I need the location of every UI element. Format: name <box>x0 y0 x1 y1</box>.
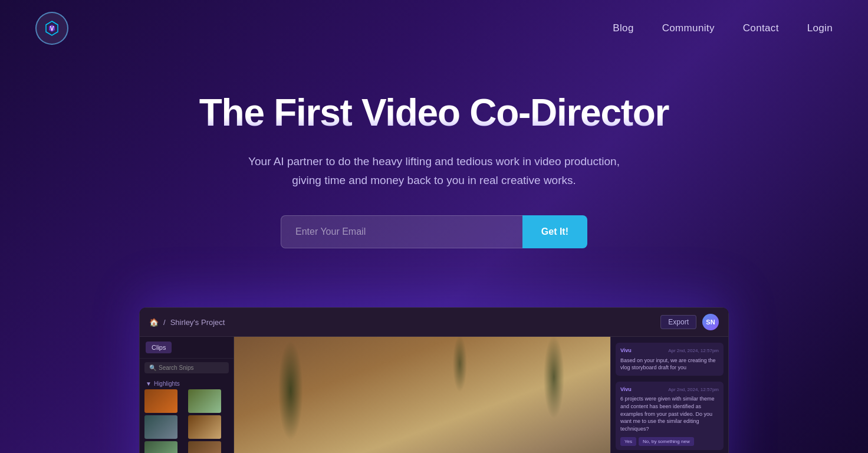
app-body: Clips 🔍 Search Snips ▼ Highlights <box>140 337 728 453</box>
hero-title: The First Video Co-Director <box>12 92 856 133</box>
chat-sender-1: Vivu <box>620 347 632 354</box>
svg-text:V: V <box>50 25 54 32</box>
app-preview-container: 🏠 / Shirley's Project Export SN Clips <box>0 307 868 453</box>
project-name: Shirley's Project <box>170 318 225 327</box>
clips-sidebar: Clips 🔍 Search Snips ▼ Highlights <box>140 337 234 453</box>
logo[interactable]: V <box>35 12 68 45</box>
sidebar-header: Clips <box>140 337 234 359</box>
nav-contact[interactable]: Contact <box>743 22 779 34</box>
chat-message-1: Vivu Apr 2nd, 2024, 12:57pm Based on you… <box>616 343 724 376</box>
clips-search[interactable]: 🔍 Search Snips <box>144 362 229 373</box>
chat-time-2: Apr 2nd, 2024, 12:57pm <box>668 386 719 393</box>
chevron-down-icon: ▼ <box>146 380 152 387</box>
thumbnail-4[interactable] <box>188 415 221 439</box>
scene-trees <box>234 337 610 453</box>
home-icon: 🏠 <box>149 318 159 327</box>
topbar-actions: Export SN <box>660 314 719 330</box>
chat-text-2: 6 projects were given with similar theme… <box>620 396 715 431</box>
hero-subtitle: Your AI partner to do the heavy lifting … <box>234 152 634 189</box>
chat-time-1: Apr 2nd, 2024, 12:57pm <box>668 347 719 354</box>
chat-panel: Vivu Apr 2nd, 2024, 12:57pm Based on you… <box>610 337 728 453</box>
thumbnail-5[interactable] <box>144 441 177 453</box>
nav-blog[interactable]: Blog <box>613 22 633 34</box>
navbar: V Blog Community Contact Login <box>0 0 868 57</box>
logo-icon: V <box>42 19 61 38</box>
breadcrumb-separator: / <box>163 318 166 327</box>
chat-btn-row-2: Yes No, try something new <box>620 435 719 446</box>
thumbnail-3[interactable] <box>144 415 177 439</box>
app-topbar: 🏠 / Shirley's Project Export SN <box>140 308 728 337</box>
thumbnail-6[interactable] <box>188 441 221 453</box>
email-form: Get It! <box>281 215 587 248</box>
chat-text-1: Based on your input, we are creating the… <box>620 357 716 371</box>
nav-links: Blog Community Contact Login <box>613 22 833 34</box>
get-it-button[interactable]: Get It! <box>522 215 587 248</box>
hero-section: The First Video Co-Director Your AI part… <box>0 57 868 307</box>
search-placeholder: Search Snips <box>159 365 193 371</box>
video-scene <box>234 337 610 453</box>
no-button[interactable]: No, try something new <box>639 437 694 446</box>
clips-button[interactable]: Clips <box>146 342 172 353</box>
chat-sender-2: Vivu <box>620 386 632 393</box>
email-input[interactable] <box>281 215 522 248</box>
chat-message-2: Vivu Apr 2nd, 2024, 12:57pm 6 projects w… <box>616 382 724 451</box>
search-icon: 🔍 <box>149 365 156 371</box>
chat-msg-header-1: Vivu Apr 2nd, 2024, 12:57pm <box>620 347 719 354</box>
mock-application: 🏠 / Shirley's Project Export SN Clips <box>139 307 729 453</box>
nav-login[interactable]: Login <box>807 22 833 34</box>
yes-button[interactable]: Yes <box>620 437 636 446</box>
thumbnail-2[interactable] <box>188 389 221 413</box>
nav-community[interactable]: Community <box>662 22 715 34</box>
user-avatar: SN <box>702 314 719 330</box>
app-breadcrumb: 🏠 / Shirley's Project <box>149 318 225 327</box>
chat-msg-header-2: Vivu Apr 2nd, 2024, 12:57pm <box>620 386 719 393</box>
export-button[interactable]: Export <box>660 315 696 329</box>
thumbnail-1[interactable] <box>144 389 177 413</box>
highlights-section-label: ▼ Highlights <box>140 377 234 389</box>
video-player[interactable]: 00:00:00 / 00:00:00 ▶ <box>234 337 610 453</box>
main-video-area: 00:00:00 / 00:00:00 ▶ 00:00 00:05 00:10 … <box>234 337 610 453</box>
highlights-thumbnails <box>140 389 234 453</box>
app-preview: 🏠 / Shirley's Project Export SN Clips <box>139 307 729 453</box>
